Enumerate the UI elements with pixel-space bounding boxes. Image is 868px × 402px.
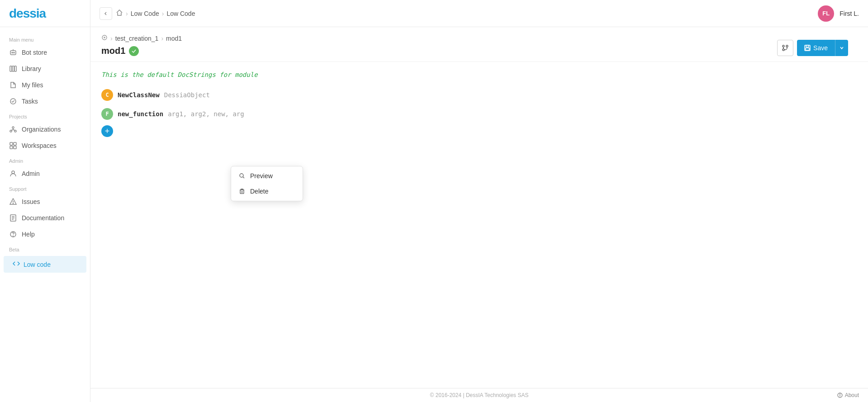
content-header: › test_creation_1 › mod1 mod1: [90, 27, 868, 62]
svg-rect-0: [10, 51, 16, 55]
help-label: Help: [22, 231, 35, 238]
breadcrumb-item-2[interactable]: Low Code: [166, 10, 195, 17]
content-breadcrumb: › test_creation_1 › mod1: [101, 34, 182, 42]
content-breadcrumb-2[interactable]: mod1: [166, 35, 182, 42]
context-menu: Preview Delete: [231, 166, 303, 201]
svg-point-28: [783, 45, 784, 47]
preview-label: Preview: [250, 172, 273, 180]
context-menu-preview[interactable]: Preview: [231, 168, 303, 184]
class-badge-1: F: [101, 108, 113, 120]
sidebar-item-tasks[interactable]: Tasks: [0, 93, 90, 109]
status-badge[interactable]: [129, 46, 139, 56]
sidebar-item-admin[interactable]: Admin: [0, 166, 90, 182]
module-item-args-0: DessiaObject: [164, 91, 210, 99]
logo-area: dessia: [0, 0, 90, 27]
content-breadcrumb-icon: [101, 34, 108, 42]
sidebar-item-my-files[interactable]: My files: [0, 77, 90, 93]
workspace-icon: [9, 142, 17, 150]
content-body: This is the default DocStrings for modul…: [90, 62, 868, 388]
library-icon: [9, 65, 17, 73]
svg-line-13: [11, 130, 13, 130]
svg-rect-15: [10, 142, 13, 145]
org-icon: [9, 125, 17, 133]
documentation-label: Documentation: [22, 214, 64, 222]
module-item-name-0: NewClassNew: [118, 91, 160, 99]
user-name: First L.: [840, 10, 859, 17]
context-menu-delete[interactable]: Delete: [231, 184, 303, 199]
sidebar-nav: Main menu Bot store: [0, 27, 90, 402]
trash-icon: [238, 188, 246, 195]
module-item-1[interactable]: F new_function arg1, arg2, new, arg: [101, 104, 857, 123]
library-label: Library: [22, 65, 41, 72]
sidebar-item-workspaces[interactable]: Workspaces: [0, 137, 90, 154]
footer-copyright: © 2016-2024 | DessIA Technologies SAS: [430, 392, 529, 398]
save-button-main[interactable]: Save: [797, 40, 835, 56]
content-area: Save: [90, 27, 868, 402]
sidebar-item-library[interactable]: Library: [0, 61, 90, 77]
svg-point-1: [12, 52, 13, 53]
svg-point-4: [13, 49, 14, 50]
issues-icon: [9, 198, 17, 206]
content-breadcrumb-sep-1: ›: [110, 35, 113, 42]
module-item-0[interactable]: C NewClassNew DessiaObject: [101, 85, 857, 104]
user-avatar[interactable]: FL: [818, 5, 834, 22]
search-icon: [238, 172, 246, 180]
workspaces-label: Workspaces: [22, 142, 57, 149]
docs-icon: [9, 214, 17, 222]
add-item-button[interactable]: +: [101, 125, 113, 137]
sidebar-item-low-code[interactable]: Low code: [4, 256, 86, 273]
svg-point-21: [13, 203, 14, 204]
help-icon: [9, 230, 17, 238]
module-item-args-1: arg1, arg2, new, arg: [168, 110, 244, 118]
svg-rect-18: [14, 146, 16, 149]
svg-rect-38: [240, 190, 244, 194]
content-title: mod1: [101, 46, 125, 56]
sidebar-item-bot-store[interactable]: Bot store: [0, 44, 90, 61]
app-logo: dessia: [9, 6, 46, 21]
bot-store-label: Bot store: [22, 49, 47, 56]
save-dropdown-arrow[interactable]: [835, 40, 848, 56]
beta-label: Beta: [0, 242, 90, 254]
sidebar-item-issues[interactable]: Issues: [0, 194, 90, 210]
svg-point-19: [12, 171, 14, 174]
svg-point-27: [13, 236, 14, 236]
back-button[interactable]: [100, 7, 112, 20]
page-footer: © 2016-2024 | DessIA Technologies SAS Ab…: [90, 388, 868, 402]
about-link[interactable]: About: [837, 392, 859, 398]
home-icon[interactable]: [116, 9, 123, 18]
pr-button[interactable]: [777, 40, 793, 56]
projects-label: Projects: [0, 109, 90, 121]
breadcrumb-sep-1: ›: [126, 10, 128, 17]
module-item-name-1: new_function: [118, 110, 163, 118]
issues-label: Issues: [22, 198, 40, 205]
save-button[interactable]: Save: [797, 40, 848, 56]
topbar-breadcrumb: › Low Code › Low Code: [116, 9, 814, 18]
tasks-icon: [9, 97, 17, 105]
svg-point-2: [14, 52, 14, 53]
my-files-label: My files: [22, 81, 43, 89]
docstring: This is the default DocStrings for modul…: [101, 71, 857, 78]
svg-point-10: [10, 130, 12, 132]
svg-point-36: [240, 174, 243, 177]
breadcrumb-item-1[interactable]: Low Code: [131, 10, 159, 17]
svg-line-37: [243, 177, 244, 178]
svg-rect-6: [12, 66, 14, 71]
topbar: › Low Code › Low Code FL First L.: [90, 0, 868, 27]
svg-line-14: [13, 130, 15, 130]
svg-rect-7: [14, 66, 16, 71]
content-breadcrumb-1[interactable]: test_creation_1: [115, 35, 159, 42]
svg-point-9: [12, 127, 14, 128]
sidebar-item-organizations[interactable]: Organizations: [0, 121, 90, 137]
action-buttons: Save: [766, 33, 859, 63]
main-menu-label: Main menu: [0, 33, 90, 44]
admin-label: Admin: [0, 154, 90, 166]
svg-rect-17: [10, 146, 13, 149]
content-breadcrumb-sep-2: ›: [161, 35, 163, 42]
support-label: Support: [0, 182, 90, 194]
save-label: Save: [813, 44, 828, 52]
sidebar-item-documentation[interactable]: Documentation: [0, 210, 90, 226]
svg-rect-16: [14, 142, 16, 145]
sidebar-item-help[interactable]: Help: [0, 226, 90, 242]
files-icon: [9, 81, 17, 89]
content-title-row: mod1: [101, 46, 182, 56]
